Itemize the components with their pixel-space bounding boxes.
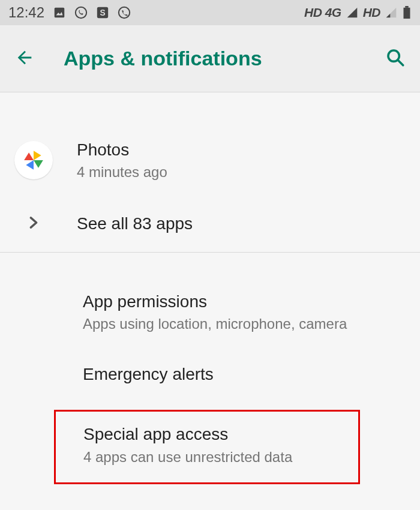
app-row-subtitle: 4 minutes ago xyxy=(77,164,406,181)
app-row-title: Photos xyxy=(77,139,406,160)
special-app-access-row[interactable]: Special app access 4 apps can use unrest… xyxy=(54,410,360,484)
svg-marker-15 xyxy=(26,160,34,170)
signal-1-label: HD 4G xyxy=(304,5,341,20)
app-permissions-title: App permissions xyxy=(83,291,406,312)
svg-rect-10 xyxy=(404,8,410,19)
back-button[interactable] xyxy=(14,47,35,70)
app-permissions-sub: Apps using location, microphone, camera xyxy=(83,316,406,332)
search-button[interactable] xyxy=(385,47,406,70)
svg-marker-14 xyxy=(34,160,43,168)
svg-rect-9 xyxy=(405,6,409,8)
battery-icon xyxy=(402,6,412,19)
svg-rect-0 xyxy=(55,8,65,18)
status-bar: 12:42 S HD 4G HD xyxy=(0,0,420,25)
signal-2-label: HD xyxy=(363,5,380,20)
image-icon xyxy=(53,6,66,19)
special-app-access-title: Special app access xyxy=(83,425,346,444)
chevron-right-icon xyxy=(25,214,42,233)
svg-point-5 xyxy=(119,7,130,18)
signal-2-icon xyxy=(385,7,397,19)
phone-icon xyxy=(118,6,131,19)
app-bar: Apps & notifications xyxy=(0,25,420,92)
app-row-photos[interactable]: Photos 4 minutes ago xyxy=(0,125,420,195)
see-all-apps[interactable]: See all 83 apps xyxy=(0,195,420,252)
emergency-alerts-row[interactable]: Emergency alerts xyxy=(0,347,420,401)
svg-marker-8 xyxy=(386,14,391,18)
svg-marker-16 xyxy=(24,152,34,160)
svg-point-2 xyxy=(76,7,86,18)
see-all-apps-label: See all 83 apps xyxy=(77,213,406,234)
svg-marker-13 xyxy=(34,151,41,160)
page-title: Apps & notifications xyxy=(64,47,356,70)
special-app-access-sub: 4 apps can use unrestricted data xyxy=(83,449,346,466)
photos-app-icon xyxy=(14,141,53,179)
svg-marker-6 xyxy=(347,8,357,18)
svg-text:S: S xyxy=(100,8,105,17)
whatsapp-icon xyxy=(74,6,88,19)
app-permissions-row[interactable]: App permissions Apps using location, mic… xyxy=(0,277,420,347)
signal-1-icon xyxy=(346,7,358,19)
status-time: 12:42 xyxy=(8,4,44,21)
svg-line-12 xyxy=(398,60,403,65)
emergency-alerts-title: Emergency alerts xyxy=(83,364,406,385)
s-icon: S xyxy=(96,6,109,19)
